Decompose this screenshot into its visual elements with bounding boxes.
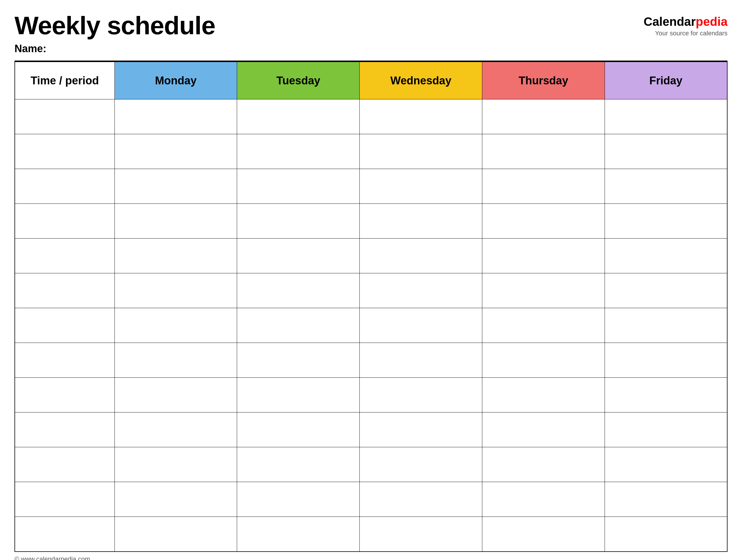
table-cell[interactable]	[604, 517, 727, 552]
table-cell[interactable]	[114, 482, 237, 517]
table-cell[interactable]	[604, 169, 727, 204]
table-cell[interactable]	[482, 99, 604, 134]
table-cell[interactable]	[604, 273, 727, 308]
table-cell[interactable]	[360, 99, 482, 134]
table-cell[interactable]	[482, 517, 604, 552]
table-row	[15, 378, 727, 412]
schedule-table: Time / period Monday Tuesday Wednesday T…	[14, 61, 728, 552]
table-cell[interactable]	[237, 412, 360, 447]
page-title: Weekly schedule	[14, 12, 644, 40]
table-cell[interactable]	[15, 447, 114, 482]
table-cell[interactable]	[604, 239, 727, 273]
table-cell[interactable]	[482, 169, 604, 204]
table-cell[interactable]	[604, 134, 727, 169]
table-cell[interactable]	[15, 412, 114, 447]
table-cell[interactable]	[114, 99, 237, 134]
table-cell[interactable]	[114, 447, 237, 482]
table-row	[15, 517, 727, 552]
table-cell[interactable]	[114, 204, 237, 239]
table-cell[interactable]	[114, 517, 237, 552]
col-header-wednesday: Wednesday	[360, 62, 482, 99]
table-row	[15, 412, 727, 447]
table-cell[interactable]	[482, 239, 604, 273]
table-cell[interactable]	[114, 239, 237, 273]
table-cell[interactable]	[15, 134, 114, 169]
table-cell[interactable]	[237, 273, 360, 308]
table-cell[interactable]	[360, 308, 482, 343]
table-cell[interactable]	[482, 447, 604, 482]
table-cell[interactable]	[15, 273, 114, 308]
table-row	[15, 343, 727, 378]
table-cell[interactable]	[482, 134, 604, 169]
table-cell[interactable]	[114, 343, 237, 378]
table-cell[interactable]	[482, 308, 604, 343]
table-cell[interactable]	[237, 447, 360, 482]
table-cell[interactable]	[482, 204, 604, 239]
table-cell[interactable]	[15, 239, 114, 273]
table-cell[interactable]	[15, 482, 114, 517]
table-cell[interactable]	[237, 378, 360, 412]
table-cell[interactable]	[604, 308, 727, 343]
table-cell[interactable]	[482, 378, 604, 412]
table-cell[interactable]	[360, 517, 482, 552]
table-cell[interactable]	[360, 412, 482, 447]
table-cell[interactable]	[237, 343, 360, 378]
table-row	[15, 239, 727, 273]
table-cell[interactable]	[114, 308, 237, 343]
table-cell[interactable]	[482, 482, 604, 517]
table-cell[interactable]	[15, 308, 114, 343]
table-cell[interactable]	[604, 412, 727, 447]
table-row	[15, 99, 727, 134]
page-header: Weekly schedule Name: Calendarpedia Your…	[14, 12, 728, 55]
col-header-thursday: Thursday	[482, 62, 604, 99]
table-cell[interactable]	[360, 169, 482, 204]
table-cell[interactable]	[482, 412, 604, 447]
table-row	[15, 169, 727, 204]
table-cell[interactable]	[15, 99, 114, 134]
table-cell[interactable]	[360, 378, 482, 412]
table-cell[interactable]	[360, 204, 482, 239]
col-header-friday: Friday	[604, 62, 727, 99]
table-row	[15, 134, 727, 169]
table-cell[interactable]	[237, 204, 360, 239]
table-row	[15, 308, 727, 343]
table-cell[interactable]	[237, 134, 360, 169]
table-cell[interactable]	[15, 343, 114, 378]
logo-section: Calendarpedia Your source for calendars	[644, 12, 728, 37]
footer: © www.calendarpedia.com	[14, 555, 728, 560]
table-cell[interactable]	[604, 99, 727, 134]
table-cell[interactable]	[360, 447, 482, 482]
table-cell[interactable]	[604, 482, 727, 517]
table-cell[interactable]	[604, 204, 727, 239]
table-cell[interactable]	[360, 343, 482, 378]
table-cell[interactable]	[360, 134, 482, 169]
table-cell[interactable]	[237, 308, 360, 343]
table-cell[interactable]	[15, 378, 114, 412]
table-cell[interactable]	[15, 204, 114, 239]
table-cell[interactable]	[114, 134, 237, 169]
table-cell[interactable]	[114, 378, 237, 412]
col-header-monday: Monday	[114, 62, 237, 99]
table-cell[interactable]	[360, 239, 482, 273]
table-cell[interactable]	[114, 169, 237, 204]
footer-url: © www.calendarpedia.com	[14, 555, 90, 560]
table-cell[interactable]	[360, 482, 482, 517]
table-cell[interactable]	[114, 273, 237, 308]
table-cell[interactable]	[237, 239, 360, 273]
table-cell[interactable]	[15, 517, 114, 552]
table-cell[interactable]	[604, 343, 727, 378]
logo-pedia: pedia	[696, 15, 728, 29]
table-cell[interactable]	[237, 482, 360, 517]
table-row	[15, 447, 727, 482]
table-cell[interactable]	[604, 447, 727, 482]
table-cell[interactable]	[15, 169, 114, 204]
table-cell[interactable]	[482, 273, 604, 308]
table-cell[interactable]	[114, 412, 237, 447]
table-cell[interactable]	[482, 343, 604, 378]
table-cell[interactable]	[360, 273, 482, 308]
table-cell[interactable]	[237, 169, 360, 204]
table-cell[interactable]	[604, 378, 727, 412]
col-header-time: Time / period	[15, 62, 114, 99]
table-cell[interactable]	[237, 99, 360, 134]
table-cell[interactable]	[237, 517, 360, 552]
